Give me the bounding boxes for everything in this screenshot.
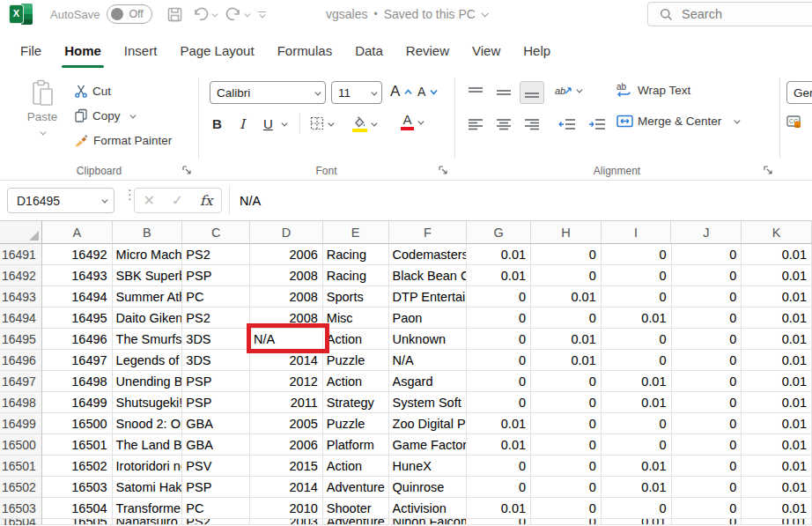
cell-J16491[interactable]: 0: [672, 244, 742, 265]
cell-C16503[interactable]: PC: [182, 498, 250, 519]
cell-E16492[interactable]: Racing: [323, 265, 389, 286]
cell-C16504[interactable]: PS2: [182, 519, 250, 525]
paste-button[interactable]: Paste: [18, 79, 67, 137]
cell-I16503[interactable]: 0: [602, 498, 672, 519]
cell-A16504[interactable]: 16505: [42, 519, 113, 525]
cell-D16500[interactable]: 2006: [250, 434, 323, 456]
top-align-button[interactable]: [463, 81, 488, 104]
font-size-select[interactable]: 11: [331, 81, 382, 104]
cell-I16500[interactable]: 0: [602, 434, 672, 456]
redo-button[interactable]: [225, 6, 249, 22]
cell-A16498[interactable]: 16499: [42, 392, 113, 413]
cell-A16503[interactable]: 16504: [42, 498, 113, 519]
cell-B16503[interactable]: Transformers: War for Cybertron: [113, 498, 183, 519]
cell-G16503[interactable]: 0.01: [467, 498, 531, 519]
row-header-16497[interactable]: 16497: [0, 371, 42, 392]
bold-button[interactable]: B: [212, 116, 222, 131]
cell-H16491[interactable]: 0: [531, 244, 602, 265]
cell-D16499[interactable]: 2005: [250, 413, 323, 434]
formula-bar-input[interactable]: N/A: [240, 188, 261, 213]
tab-help[interactable]: Help: [512, 28, 562, 72]
cell-C16491[interactable]: PS2: [182, 244, 250, 265]
cell-I16495[interactable]: 0: [602, 329, 672, 350]
cell-E16500[interactable]: Platform: [323, 434, 389, 456]
cell-E16501[interactable]: Action: [323, 456, 389, 477]
cell-G16497[interactable]: 0: [467, 371, 531, 392]
cell-G16493[interactable]: 0: [467, 286, 531, 307]
cell-C16497[interactable]: PSP: [182, 371, 250, 392]
cell-J16494[interactable]: 0: [672, 307, 742, 329]
cell-E16499[interactable]: Puzzle: [323, 413, 389, 434]
tab-view[interactable]: View: [461, 28, 512, 72]
decrease-indent-button[interactable]: [555, 113, 579, 136]
tab-data[interactable]: Data: [343, 28, 395, 72]
row-header-16493[interactable]: 16493: [0, 286, 42, 307]
cell-I16498[interactable]: 0.01: [602, 392, 672, 413]
cell-K16492[interactable]: 0.01: [742, 265, 812, 286]
cell-J16501[interactable]: 0: [672, 456, 742, 477]
cell-C16492[interactable]: PSP: [182, 265, 250, 286]
cell-C16502[interactable]: PSP: [182, 477, 250, 498]
number-format-select[interactable]: Gene: [786, 81, 812, 104]
cell-J16493[interactable]: 0: [672, 286, 742, 307]
cell-J16495[interactable]: 0: [672, 329, 742, 350]
format-painter-button[interactable]: Format Painter: [74, 133, 172, 147]
tab-insert[interactable]: Insert: [113, 28, 169, 72]
cell-C16493[interactable]: PC: [182, 286, 250, 307]
column-header-K[interactable]: K: [742, 221, 812, 244]
cell-E16503[interactable]: Shooter: [323, 498, 389, 519]
borders-button[interactable]: [310, 116, 333, 130]
cell-H16495[interactable]: 0.01: [531, 329, 602, 350]
cell-B16497[interactable]: Unending Bloody Call: [113, 371, 183, 392]
excel-app-icon[interactable]: X: [10, 3, 33, 26]
cell-J16502[interactable]: 0: [672, 477, 742, 498]
cell-D16493[interactable]: 2008: [250, 286, 323, 307]
cell-K16496[interactable]: 0.01: [742, 350, 812, 371]
cell-I16491[interactable]: 0: [602, 244, 672, 265]
cell-E16502[interactable]: Adventure: [323, 477, 389, 498]
row-header-16500[interactable]: 16500: [0, 434, 42, 456]
cell-J16503[interactable]: 0: [672, 498, 742, 519]
column-header-A[interactable]: A: [42, 221, 113, 244]
cell-B16498[interactable]: Shutsugeki!! Otometachi no Senjou: [113, 392, 183, 413]
cell-E16494[interactable]: Misc: [323, 307, 389, 329]
cell-D16491[interactable]: 2006: [250, 244, 323, 265]
save-button[interactable]: [166, 6, 183, 23]
cell-K16494[interactable]: 0.01: [742, 307, 812, 329]
cell-F16492[interactable]: Black Bean Games: [389, 265, 468, 286]
row-header-16496[interactable]: 16496: [0, 350, 42, 371]
wrap-text-button[interactable]: ab Wrap Text: [616, 83, 690, 98]
font-dialog-launcher-icon[interactable]: [438, 165, 448, 175]
cell-H16493[interactable]: 0.01: [531, 286, 602, 307]
row-header-16492[interactable]: 16492: [0, 265, 42, 286]
cell-G16501[interactable]: 0: [467, 456, 531, 477]
cell-B16494[interactable]: Daito Giken Koushiki Pachi-Slot Simulato…: [113, 307, 183, 329]
name-box[interactable]: D16495: [7, 188, 114, 213]
cell-F16501[interactable]: HuneX: [389, 456, 468, 477]
column-header-E[interactable]: E: [323, 221, 389, 244]
column-header-H[interactable]: H: [531, 221, 602, 244]
merge-center-button[interactable]: Merge & Center: [616, 115, 739, 128]
cell-G16500[interactable]: 0.01: [467, 434, 531, 456]
accounting-format-button[interactable]: CG: [786, 115, 802, 130]
cell-K16493[interactable]: 0.01: [742, 286, 812, 307]
cell-H16496[interactable]: 0.01: [531, 350, 602, 371]
row-header-16495[interactable]: 16495: [0, 329, 42, 350]
cell-E16497[interactable]: Action: [323, 371, 389, 392]
cell-I16501[interactable]: 0.01: [602, 456, 672, 477]
cell-A16501[interactable]: 16502: [42, 456, 113, 477]
cell-F16495[interactable]: Unknown: [389, 329, 468, 350]
cell-K16498[interactable]: 0.01: [742, 392, 812, 413]
cell-H16494[interactable]: 0: [531, 307, 602, 329]
copy-chevron-icon[interactable]: [129, 112, 135, 117]
cell-H16502[interactable]: 0: [531, 477, 602, 498]
cell-I16502[interactable]: 0.01: [602, 477, 672, 498]
row-header-16499[interactable]: 16499: [0, 413, 42, 434]
merge-center-chevron-icon[interactable]: [734, 118, 740, 123]
cell-G16498[interactable]: 0: [467, 392, 531, 413]
cell-A16496[interactable]: 16497: [42, 350, 113, 371]
tab-file[interactable]: File: [9, 28, 53, 72]
cell-A16502[interactable]: 16503: [42, 477, 113, 498]
column-header-B[interactable]: B: [113, 221, 183, 244]
cell-J16499[interactable]: 0: [672, 413, 742, 434]
